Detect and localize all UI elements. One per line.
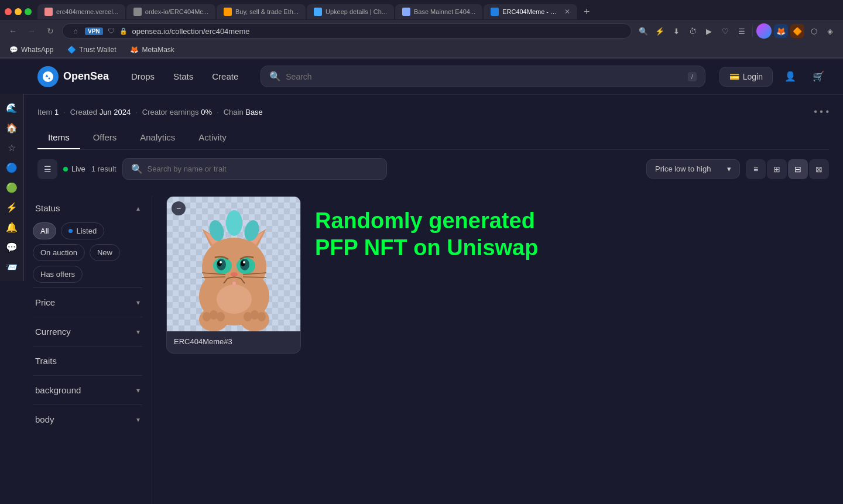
- browser-download-icon[interactable]: ⬇: [669, 24, 683, 38]
- sidebar-divider-5: [33, 404, 142, 405]
- chrome-icon-ext4[interactable]: 🔔: [2, 218, 21, 236]
- refresh-btn[interactable]: ↻: [43, 24, 57, 38]
- tab-analytics[interactable]: Analytics: [129, 126, 186, 149]
- filter-search-input[interactable]: [148, 164, 379, 173]
- browser-menu-icon[interactable]: ☰: [735, 24, 749, 38]
- status-filter-buttons: All Listed On auction New Has offers: [33, 220, 142, 285]
- grid-lg-view-btn[interactable]: ⊠: [809, 159, 829, 179]
- filter-listed-btn[interactable]: Listed: [61, 222, 104, 239]
- list-view-icon: ≡: [753, 164, 758, 174]
- filter-search-bar[interactable]: 🔍: [122, 158, 388, 180]
- browser-tab-4[interactable]: Base Mainnet E404...: [395, 4, 482, 19]
- browser-tab-0[interactable]: erc404meme.vercel...: [37, 4, 125, 19]
- bookmark-whatsapp[interactable]: 💬 WhatsApp: [7, 44, 56, 55]
- sidebar-status-header[interactable]: Status ▴: [33, 196, 142, 220]
- grid-md-icon: ⊟: [794, 164, 801, 174]
- sidebar-background-section: background ▾: [33, 378, 142, 402]
- window-controls[interactable]: [5, 8, 32, 15]
- svg-point-21: [243, 261, 245, 263]
- browser-tab-3[interactable]: Upkeep details | Ch...: [307, 4, 394, 19]
- chrome-icon-ext2[interactable]: 🟢: [2, 178, 21, 197]
- chrome-icon-ext3[interactable]: ⚡: [2, 198, 21, 217]
- nav-link-stats[interactable]: Stats: [165, 67, 201, 86]
- collection-header: Item 1 · Created Jun 2024 · Creator earn…: [23, 95, 843, 150]
- bookmark-metamask[interactable]: 🦊 MetaMask: [128, 44, 176, 55]
- chrome-icon-ext6[interactable]: 📨: [2, 258, 21, 276]
- home-icon: ⌂: [71, 26, 80, 36]
- sidebar-divider-3: [33, 346, 142, 347]
- browser-search-icon[interactable]: 🔍: [636, 24, 650, 38]
- tab-items[interactable]: Items: [37, 126, 80, 149]
- new-tab-btn[interactable]: +: [578, 4, 595, 20]
- meta-created-label: Created Jun 2024: [70, 108, 131, 116]
- list-view-btn[interactable]: ≡: [746, 159, 766, 179]
- browser-profile-avatar[interactable]: [756, 23, 772, 39]
- sidebar-status-section: Status ▴ All Listed On auction New Has o…: [33, 196, 142, 285]
- browser-tab-2[interactable]: Buy, sell & trade Eth...: [217, 4, 306, 19]
- browser-fox-icon[interactable]: 🔶: [790, 24, 804, 38]
- bookmarks-bar: 💬 WhatsApp 🔷 Trust Wallet 🦊 MetaMask: [0, 42, 843, 58]
- nav-links: Drops Stats Create: [123, 67, 246, 86]
- grid-sm-icon: ⊞: [773, 164, 780, 174]
- browser-play-icon[interactable]: ▶: [702, 24, 716, 38]
- forward-btn[interactable]: →: [25, 24, 39, 38]
- chrome-icon-opensea[interactable]: 🌊: [2, 98, 21, 117]
- filter-new-btn[interactable]: New: [90, 244, 120, 261]
- sidebar-background-header[interactable]: background ▾: [33, 378, 142, 402]
- more-options-btn[interactable]: • • •: [814, 107, 829, 117]
- grid-md-view-btn[interactable]: ⊟: [788, 159, 808, 179]
- filter-toggle-btn[interactable]: ☰: [37, 159, 57, 179]
- toolbar-row: ☰ Live 1 result 🔍 Price low to high ▾ ≡ …: [23, 150, 843, 187]
- nft-remove-btn[interactable]: −: [172, 201, 186, 215]
- maximize-window-btn[interactable]: [25, 8, 32, 15]
- sidebar-traits-header[interactable]: Traits: [33, 349, 142, 373]
- filter-auction-btn[interactable]: On auction: [33, 244, 85, 261]
- chrome-icon-home[interactable]: 🏠: [2, 118, 21, 137]
- opensea-logo[interactable]: OpenSea: [37, 66, 109, 87]
- chevron-down-icon: ▾: [727, 164, 731, 173]
- sidebar-body-header[interactable]: body ▾: [33, 407, 142, 431]
- grid-sm-view-btn[interactable]: ⊞: [767, 159, 787, 179]
- chrome-icon-star[interactable]: ☆: [2, 138, 21, 157]
- tab-activity[interactable]: Activity: [188, 126, 237, 149]
- minimize-window-btn[interactable]: [15, 8, 22, 15]
- metamask-icon: 🦊: [130, 46, 139, 54]
- browser-extensions-icon[interactable]: ⚡: [653, 24, 667, 38]
- chrome-icon-ext5[interactable]: 💬: [2, 238, 21, 256]
- bookmark-trust-wallet[interactable]: 🔷 Trust Wallet: [65, 44, 118, 55]
- filter-search-icon: 🔍: [131, 163, 143, 174]
- browser-extra1-icon[interactable]: ⬡: [807, 24, 821, 38]
- browser-clock-icon[interactable]: ⏱: [686, 24, 700, 38]
- svg-point-35: [217, 284, 252, 314]
- login-button[interactable]: 💳 Login: [719, 67, 773, 87]
- browser-heart-icon[interactable]: ♡: [718, 24, 732, 38]
- nav-link-drops[interactable]: Drops: [123, 67, 163, 86]
- browser-wallet-icon[interactable]: 🦊: [774, 24, 788, 38]
- back-btn[interactable]: ←: [6, 24, 20, 38]
- nav-link-create[interactable]: Create: [204, 67, 246, 86]
- browser-tab-5-active[interactable]: ERC404Meme - Coll... ✕: [484, 4, 577, 19]
- sort-dropdown[interactable]: Price low to high ▾: [646, 159, 740, 179]
- sidebar-price-header[interactable]: Price ▾: [33, 290, 142, 314]
- shield-icon: 🛡: [108, 27, 115, 35]
- filter-all-btn[interactable]: All: [33, 222, 56, 239]
- tab-close-icon[interactable]: ✕: [564, 8, 570, 16]
- filter-offers-btn[interactable]: Has offers: [33, 266, 83, 283]
- sidebar-currency-header[interactable]: Currency ▾: [33, 320, 142, 344]
- browser-extra2-icon[interactable]: ◈: [823, 24, 837, 38]
- nav-search[interactable]: 🔍 /: [261, 66, 705, 87]
- url-display[interactable]: opensea.io/collection/erc404meme: [132, 27, 250, 36]
- browser-tab-1[interactable]: ordex-io/ERC404Mc...: [126, 4, 215, 19]
- whatsapp-icon: 💬: [9, 46, 18, 54]
- meta-chain: Chain Base: [224, 108, 263, 116]
- tab-offers[interactable]: Offers: [83, 126, 128, 149]
- sidebar-currency-section: Currency ▾: [33, 320, 142, 344]
- cart-btn[interactable]: 🛒: [808, 66, 829, 87]
- user-profile-btn[interactable]: 👤: [780, 66, 801, 87]
- address-bar[interactable]: ⌂ VPN 🛡 🔒 opensea.io/collection/erc404me…: [62, 23, 632, 39]
- nft-card-0[interactable]: −: [166, 196, 301, 354]
- chrome-icon-ext1[interactable]: 🔵: [2, 158, 21, 177]
- search-input[interactable]: [286, 72, 683, 81]
- svg-point-12: [226, 210, 242, 236]
- close-window-btn[interactable]: [5, 8, 12, 15]
